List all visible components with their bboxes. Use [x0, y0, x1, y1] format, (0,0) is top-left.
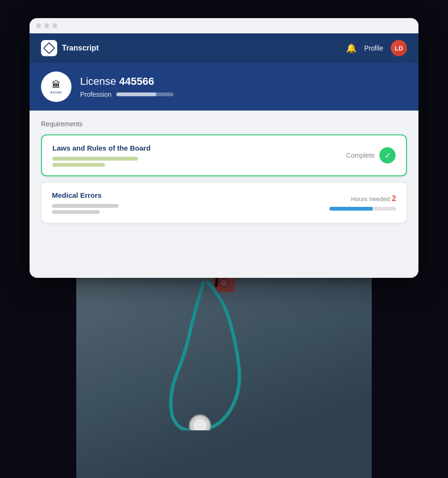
- req-lines-laws: [52, 157, 346, 167]
- license-title: License 445566: [80, 75, 407, 88]
- board-label: BOARD: [51, 91, 61, 94]
- license-info: License 445566 Profession: [80, 75, 407, 98]
- board-building-icon: 🏛: [52, 80, 61, 90]
- chrome-dot-expand: [52, 23, 57, 28]
- app-header: Transcript 🔔 Profile LD: [30, 33, 418, 63]
- window-chrome: [30, 18, 418, 33]
- chrome-dot-minimize: [44, 23, 49, 28]
- app-name: Transcript: [62, 44, 341, 52]
- medical-progress-fill: [329, 207, 373, 211]
- hours-needed-label: Hours needed: [351, 195, 390, 203]
- user-avatar[interactable]: LD: [391, 40, 407, 56]
- license-number: 445566: [119, 75, 154, 87]
- profile-link[interactable]: Profile: [364, 44, 383, 52]
- complete-check-icon: ✓: [379, 147, 396, 163]
- stethoscope-icon: [130, 278, 282, 430]
- req-card-title-laws: Laws and Rules of the Board: [52, 144, 346, 152]
- req-card-left-medical: Medical Errors: [52, 191, 329, 214]
- content-area: Requirements Laws and Rules of the Board…: [30, 111, 418, 238]
- logo-diamond-icon: [43, 42, 55, 54]
- hours-needed-section: Hours needed 2: [329, 194, 396, 211]
- req-card-right-medical: Hours needed 2: [329, 194, 396, 211]
- req-card-title-medical: Medical Errors: [52, 191, 329, 199]
- req-line-4: [52, 210, 100, 214]
- notification-bell-icon[interactable]: 🔔: [346, 43, 356, 53]
- hours-needed-row: Hours needed 2: [351, 194, 396, 203]
- requirement-card-medical: Medical Errors Hours needed 2: [41, 182, 407, 223]
- req-line-3: [52, 204, 119, 208]
- app-window: Transcript 🔔 Profile LD 🏛 BOARD License …: [30, 18, 418, 278]
- profession-progress-bar: [116, 92, 173, 96]
- req-line-2: [52, 163, 105, 167]
- board-seal: 🏛 BOARD: [41, 71, 71, 102]
- complete-status-label: Complete: [346, 152, 375, 159]
- requirement-card-laws: Laws and Rules of the Board Complete ✓: [41, 134, 407, 176]
- medical-progress-bar: [329, 207, 396, 211]
- profession-row: Profession: [80, 91, 407, 98]
- req-lines-medical: [52, 204, 329, 214]
- req-card-right-laws: Complete ✓: [346, 147, 396, 163]
- req-card-left-laws: Laws and Rules of the Board: [52, 144, 346, 167]
- profession-bar-fill: [116, 92, 156, 96]
- req-line-1: [52, 157, 138, 161]
- profession-label: Profession: [80, 91, 112, 98]
- header-actions: 🔔 Profile LD: [346, 40, 407, 56]
- logo: [41, 40, 57, 56]
- license-banner: 🏛 BOARD License 445566 Profession: [30, 63, 418, 111]
- hours-needed-value: 2: [392, 194, 396, 203]
- chrome-dot-close: [36, 23, 41, 28]
- requirements-heading: Requirements: [41, 120, 407, 128]
- license-prefix: License: [80, 75, 116, 87]
